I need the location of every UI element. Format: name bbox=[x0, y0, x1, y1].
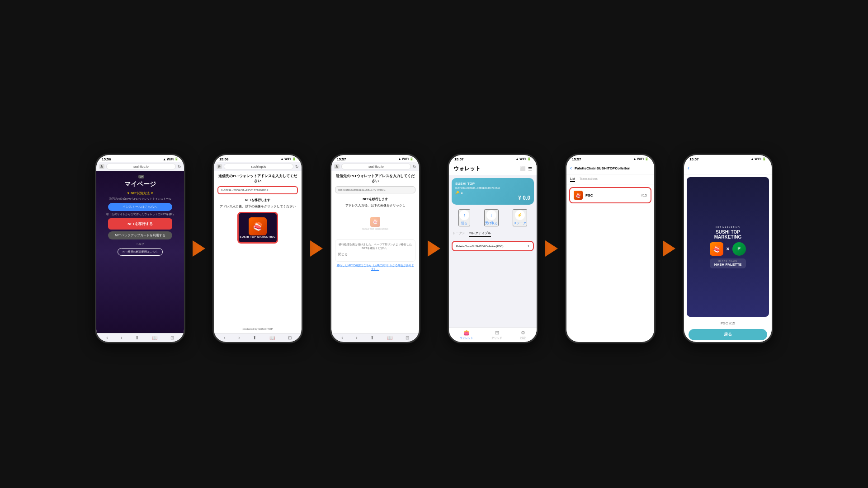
time-3: 15:57 bbox=[337, 157, 346, 161]
tabs-btn-2[interactable]: ⊡ bbox=[288, 335, 292, 340]
refresh-icon[interactable]: ↻ bbox=[178, 164, 181, 169]
share-btn-2[interactable]: ⬆ bbox=[253, 335, 256, 340]
browser-url-1[interactable]: sushitop.io bbox=[106, 164, 176, 169]
nft-item-number: #15 bbox=[641, 193, 647, 197]
return-button[interactable]: 戻る bbox=[689, 329, 768, 340]
mypage-content: · JP マイページ ▼ NFT閲覧方法 ▼ ①下記の公式HPからPLTウォレッ… bbox=[96, 171, 184, 333]
settings-nav-icon: ⚙ bbox=[521, 330, 525, 336]
grid-nav-label: グリッド bbox=[491, 336, 502, 340]
explanation-button[interactable]: NFT移行の解説動画はこちら bbox=[118, 248, 163, 256]
nft-title-6: SUSHI TOP MARKETING bbox=[714, 230, 742, 239]
arrow-right-4 bbox=[545, 240, 558, 257]
time-1: 15:56 bbox=[102, 157, 111, 161]
palette-logo-box: P bbox=[732, 242, 746, 256]
back-arrow-6[interactable]: ‹ bbox=[688, 165, 689, 171]
phone2: 15:56 ▲ WiFi 🔋 あ sushitop.io ↻ 送信先のPLTウォ… bbox=[212, 154, 303, 343]
nft-list-item[interactable]: 🍣 PSC #15 bbox=[569, 187, 651, 203]
tab-collectible[interactable]: コレクティブル bbox=[469, 230, 491, 237]
wallet-list-item[interactable]: PaletteChainSUSHITOPColleiton(PSC) 1 bbox=[452, 241, 534, 251]
wallet-card-title: SUSHI TOP bbox=[455, 182, 530, 186]
key-icon: 🔑 bbox=[455, 191, 459, 195]
nft-transfer-button[interactable]: NFTを移行する bbox=[108, 218, 172, 230]
refresh-icon-2[interactable]: ↻ bbox=[295, 164, 299, 169]
stake-button[interactable]: ⚡ ステーク bbox=[513, 209, 527, 226]
wallet-icons: ⬜ ☰ bbox=[520, 166, 532, 171]
wallet-nav-icon: 👛 bbox=[463, 330, 470, 336]
back-arrow-5[interactable]: ‹ bbox=[570, 165, 572, 171]
browser-url-2[interactable]: sushitop.io bbox=[224, 164, 293, 169]
backup-button[interactable]: NFTバックアップカードを利用する bbox=[108, 231, 172, 239]
nft-image-box-2[interactable]: 🍣 SUSHI TOP MARKETING bbox=[237, 212, 278, 244]
forward-btn-1[interactable]: › bbox=[121, 335, 122, 340]
install-button[interactable]: インストールはこちらへ bbox=[108, 203, 172, 211]
book-btn-2[interactable]: 📖 bbox=[269, 335, 275, 340]
help-link[interactable]: ヘルプ bbox=[136, 242, 144, 246]
status-bar-3: 15:57 ▲ WiFi 🔋 bbox=[331, 155, 419, 162]
book-btn-3[interactable]: 📖 bbox=[387, 335, 392, 340]
wifi-icon: WiFi bbox=[167, 158, 174, 161]
nft-title-line2: MARKETING bbox=[714, 235, 742, 239]
phone4-wrapper: 15:57 ▲ WiFi 🔋 ウォレット ⬜ ☰ SUSHI TOP 0x879… bbox=[448, 154, 538, 343]
wallet-icon-square[interactable]: ⬜ bbox=[520, 166, 525, 171]
share-btn-3[interactable]: ⬆ bbox=[370, 335, 374, 340]
browser-url-3[interactable]: sushitop.io bbox=[341, 164, 411, 169]
back-btn-3[interactable]: ‹ bbox=[341, 335, 343, 340]
close-btn-3[interactable]: 閉じる bbox=[338, 252, 412, 257]
send-button[interactable]: ↑ 送る bbox=[458, 209, 470, 226]
address-input-2[interactable]: 0x8793fcc21B0d31aE958177AF04B0E... bbox=[217, 186, 298, 194]
nft-detail-title: PaletteChainSUSHITOPColleiton bbox=[575, 166, 630, 170]
nft-label-1: ▼ NFT閲覧方法 ▼ bbox=[127, 191, 153, 196]
status-bar-5: 15:57 ▲ WiFi 🔋 bbox=[566, 155, 654, 162]
phone3-wrapper: 15:57 ▲ WiFi 🔋 あ sushitop.io ↻ 送信先のPLTウォ… bbox=[330, 154, 420, 343]
arrow-4 bbox=[538, 240, 565, 257]
arrow-right-5 bbox=[663, 240, 675, 257]
nft-detail-tabs: List Transactions bbox=[566, 174, 654, 184]
arrow-right-2 bbox=[310, 240, 323, 257]
forward-btn-2[interactable]: › bbox=[238, 335, 240, 340]
success-text: 移行処理を受け付けました。ページ下部リンクより移行したNFTを確認ください。 bbox=[338, 243, 412, 250]
sushi-logo-3: 🍣 bbox=[370, 217, 380, 227]
send-label: 送る bbox=[461, 221, 467, 225]
step1-text: ①下記の公式HPからPLTウォレットをインストール bbox=[109, 197, 172, 201]
address-content: 送信先のPLTウォレットアドレスを入力してください 0x8793fcc21B0d… bbox=[214, 171, 302, 333]
nav-settings[interactable]: ⚙ 設定 bbox=[520, 330, 526, 340]
arrow-3 bbox=[420, 240, 448, 257]
nft-marketing-content: ‹ NFT MARKETING SUSHI TOP MARKETING 🍣 × … bbox=[684, 162, 772, 342]
wallet-item-count: 1 bbox=[528, 244, 529, 248]
status-icons-5: ▲ WiFi 🔋 bbox=[633, 157, 649, 161]
status-icons-2: ▲ WiFi 🔋 bbox=[280, 157, 296, 161]
back-btn-2[interactable]: ‹ bbox=[224, 335, 225, 340]
receive-button[interactable]: ↓ 受け取る bbox=[484, 209, 499, 226]
nav-wallet[interactable]: 👛 ウォレット bbox=[460, 330, 473, 340]
send-icon: ↑ bbox=[459, 210, 469, 220]
tab-token[interactable]: トークン bbox=[453, 230, 465, 237]
refresh-icon-3[interactable]: ↻ bbox=[413, 164, 416, 169]
nav-grid[interactable]: ⊞ グリッド bbox=[491, 330, 502, 340]
tabs-btn-3[interactable]: ⊡ bbox=[406, 335, 409, 340]
time-5: 15:57 bbox=[572, 157, 581, 161]
nft-logos-row: 🍣 × P bbox=[710, 242, 745, 256]
nft-detail-header: ‹ PaletteChainSUSHITOPColleiton bbox=[566, 162, 654, 174]
confirm-link[interactable]: 移行したNFTの確認はこちら（反映に約1日かかる場合があります）。 bbox=[335, 263, 415, 271]
forward-btn-3[interactable]: › bbox=[356, 335, 357, 340]
share-btn-1[interactable]: ⬆ bbox=[135, 335, 139, 340]
arrow-1 bbox=[185, 240, 212, 257]
stake-icon: ⚡ bbox=[515, 210, 525, 220]
signal-icon: ▲ bbox=[163, 158, 166, 161]
tabs-btn-1[interactable]: ⊡ bbox=[170, 335, 174, 340]
book-btn-1[interactable]: 📖 bbox=[152, 335, 157, 340]
status-bar-1: 15:56 ▲ WiFi 🔋 bbox=[96, 155, 184, 162]
tab-list[interactable]: List bbox=[570, 176, 575, 182]
wallet-tabs: トークン コレクティブル bbox=[449, 228, 537, 239]
jp-badge: · bbox=[136, 175, 137, 178]
tab-transactions[interactable]: Transactions bbox=[580, 176, 598, 182]
wallet-item-name: PaletteChainSUSHITOPColleiton(PSC) bbox=[456, 245, 528, 248]
browser-bar-2: あ sushitop.io ↻ bbox=[214, 162, 302, 171]
back-btn-1[interactable]: ‹ bbox=[106, 335, 108, 340]
wallet-icon-menu[interactable]: ☰ bbox=[528, 166, 532, 171]
address-title-2: 送信先のPLTウォレットアドレスを入力してください bbox=[217, 174, 298, 183]
nft-logo-x: × bbox=[726, 246, 729, 252]
arrow-2 bbox=[303, 240, 330, 257]
browser-bottom-2: ‹ › ⬆ 📖 ⊡ bbox=[214, 333, 302, 342]
stake-label: ステーク bbox=[514, 221, 526, 225]
